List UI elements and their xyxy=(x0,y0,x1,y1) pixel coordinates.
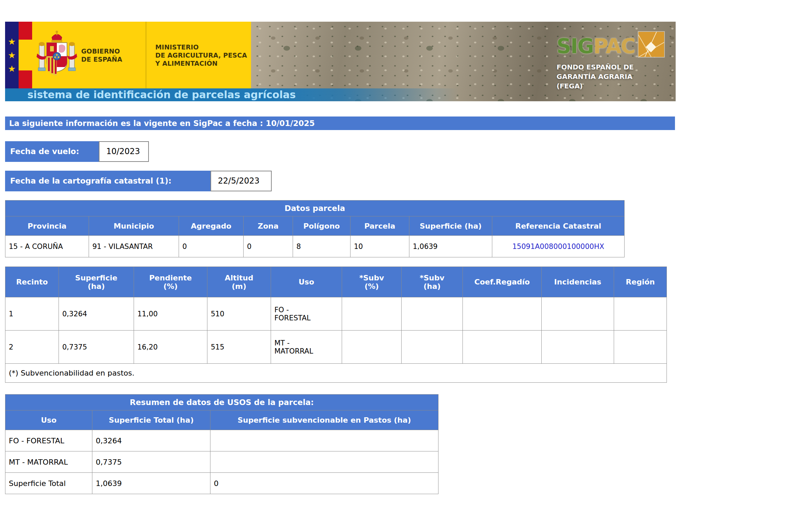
col-superficie-ha: Superficie (ha) xyxy=(59,267,134,297)
subvencionabilidad-note: (*) Subvencionabilidad en pastos. xyxy=(5,364,667,383)
recinto-subv-pct xyxy=(342,297,402,331)
agregado-value: 0 xyxy=(179,236,244,257)
recintos-table: Recinto Superficie (ha) Pendiente (%) Al… xyxy=(5,267,667,383)
fecha-vuelo-label: Fecha de vuelo: xyxy=(5,141,99,162)
sigpac-logo-block: SIGPAC FONDO ESPAÑOL DE GARANTÍA AGRARIA… xyxy=(557,32,670,91)
recinto-row: 1 0,3264 11,00 510 FO - FORESTAL xyxy=(5,297,667,331)
recinto-altitud: 515 xyxy=(207,331,271,364)
parcela-value: 10 xyxy=(351,236,409,257)
spain-flag xyxy=(19,22,32,88)
col-provincia: Provincia xyxy=(5,216,89,236)
resumen-superficie-total: 1,0639 xyxy=(92,473,210,494)
recinto-superficie: 0,3264 xyxy=(59,297,134,331)
recinto-coef-regadio xyxy=(463,331,542,364)
resumen-total-row: Superficie Total 1,0639 0 xyxy=(5,473,438,494)
fecha-cartografia-value: 22/5/2023 xyxy=(210,171,272,191)
fecha-vuelo-row: Fecha de vuelo: 10/2023 xyxy=(5,141,676,162)
fega-label: FONDO ESPAÑOL DE GARANTÍA AGRARIA (FEGA) xyxy=(557,62,670,91)
eu-star-icon: ★ xyxy=(8,37,16,46)
sigpac-tagline-strip: sistema de identificación de parcelas ag… xyxy=(5,88,458,101)
col-zona: Zona xyxy=(244,216,293,236)
col-recinto: Recinto xyxy=(5,267,59,297)
eu-star-icon: ★ xyxy=(8,64,16,73)
col-superficie-subvencionable: Superficie subvencionable en Pastos (ha) xyxy=(210,410,438,430)
fecha-vuelo-value: 10/2023 xyxy=(99,141,149,162)
recinto-pendiente: 16,20 xyxy=(134,331,207,364)
col-incidencias: Incidencias xyxy=(542,267,614,297)
municipio-value: 91 - VILASANTAR xyxy=(89,236,179,257)
recinto-region xyxy=(614,297,667,331)
recinto-altitud: 510 xyxy=(207,297,271,331)
col-superficie: Superficie (ha) xyxy=(409,216,492,236)
zona-value: 0 xyxy=(244,236,293,257)
resumen-superficie-total: 0,3264 xyxy=(92,430,210,451)
recinto-subv-pct xyxy=(342,331,402,364)
col-municipio: Municipio xyxy=(89,216,179,236)
eu-flag: ★ ★ ★ xyxy=(5,22,19,88)
sigpac-logo: SIGPAC xyxy=(557,32,635,56)
col-altitud: Altitud (m) xyxy=(207,267,271,297)
resumen-superficie-subv xyxy=(210,430,438,451)
referencia-catastral-link[interactable]: 15091A008000100000HX xyxy=(492,236,625,257)
sigpac-diamond-icon xyxy=(638,32,664,57)
col-uso: Uso xyxy=(271,267,342,297)
government-logo-block: ★ ★ ★ xyxy=(5,22,251,88)
col-referencia-catastral: Referencia Catastral xyxy=(492,216,625,236)
recintos-footnote-row: (*) Subvencionabilidad en pastos. xyxy=(5,364,667,383)
provincia-value: 15 - A CORUÑA xyxy=(5,236,89,257)
recinto-coef-regadio xyxy=(463,297,542,331)
fega-line: GARANTÍA AGRARIA xyxy=(557,72,670,81)
fega-line: FONDO ESPAÑOL DE xyxy=(557,62,670,72)
resumen-superficie-total: 0,7375 xyxy=(92,451,210,473)
fecha-cartografia-label: Fecha de la cartografía catastral (1): xyxy=(5,171,210,191)
recinto-subv-ha xyxy=(402,297,463,331)
col-subv-ha: *Subv (ha) xyxy=(402,267,463,297)
datos-parcela-row: 15 - A CORUÑA 91 - VILASANTAR 0 0 8 10 1… xyxy=(5,236,625,257)
sigpac-logo-sig: SIG xyxy=(557,34,593,58)
recinto-uso: MT - MATORRAL xyxy=(271,331,342,364)
col-agregado: Agregado xyxy=(179,216,244,236)
poligono-value: 8 xyxy=(293,236,351,257)
resumen-uso: FO - FORESTAL xyxy=(5,430,92,451)
resumen-row: FO - FORESTAL 0,3264 xyxy=(5,430,438,451)
col-pendiente: Pendiente (%) xyxy=(134,267,207,297)
datos-parcela-title: Datos parcela xyxy=(5,200,625,216)
gobierno-label: GOBIERNO DE ESPAÑA xyxy=(81,47,122,63)
ministerio-block: MINISTERIO DE AGRICULTURA, PESCA Y ALIME… xyxy=(146,22,251,88)
col-poligono: Polígono xyxy=(293,216,351,236)
resumen-uso: MT - MATORRAL xyxy=(5,451,92,473)
ministerio-label: MINISTERIO DE AGRICULTURA, PESCA Y ALIME… xyxy=(155,43,247,67)
col-subv-pct: *Subv (%) xyxy=(342,267,402,297)
gobierno-de-espana-block: GOBIERNO DE ESPAÑA xyxy=(32,22,146,88)
recinto-num: 2 xyxy=(5,331,59,364)
resumen-title: Resumen de datos de USOS de la parcela: xyxy=(5,395,438,410)
resumen-row: MT - MATORRAL 0,7375 xyxy=(5,451,438,473)
recinto-pendiente: 11,00 xyxy=(134,297,207,331)
eu-star-icon: ★ xyxy=(8,51,16,60)
recinto-row: 2 0,7375 16,20 515 MT - MATORRAL xyxy=(5,331,667,364)
resumen-usos-table: Resumen de datos de USOS de la parcela: … xyxy=(5,394,438,494)
datos-parcela-table: Datos parcela Provincia Municipio Agrega… xyxy=(5,200,625,257)
spain-coat-of-arms xyxy=(32,30,81,81)
validity-info-bar: La siguiente información es la vigente e… xyxy=(5,117,675,130)
superficie-value: 1,0639 xyxy=(409,236,492,257)
recinto-incidencias xyxy=(542,331,614,364)
recinto-superficie: 0,7375 xyxy=(59,331,134,364)
resumen-uso: Superficie Total xyxy=(5,473,92,494)
recinto-subv-ha xyxy=(402,331,463,364)
sigpac-logo-pac: PAC xyxy=(593,34,635,58)
header-banner: SIGPAC FONDO ESPAÑOL DE GARANTÍA AGRARIA… xyxy=(5,22,676,101)
sigpac-consultation-page: SIGPAC FONDO ESPAÑOL DE GARANTÍA AGRARIA… xyxy=(5,0,676,494)
resumen-superficie-subv xyxy=(210,451,438,473)
recinto-region xyxy=(614,331,667,364)
col-superficie-total: Superficie Total (ha) xyxy=(92,410,210,430)
col-uso: Uso xyxy=(5,410,92,430)
resumen-superficie-subv: 0 xyxy=(210,473,438,494)
fega-line: (FEGA) xyxy=(557,81,670,91)
col-parcela: Parcela xyxy=(351,216,409,236)
recinto-incidencias xyxy=(542,297,614,331)
recinto-num: 1 xyxy=(5,297,59,331)
fecha-cartografia-row: Fecha de la cartografía catastral (1): 2… xyxy=(5,171,676,191)
col-region: Región xyxy=(614,267,667,297)
recinto-uso: FO - FORESTAL xyxy=(271,297,342,331)
